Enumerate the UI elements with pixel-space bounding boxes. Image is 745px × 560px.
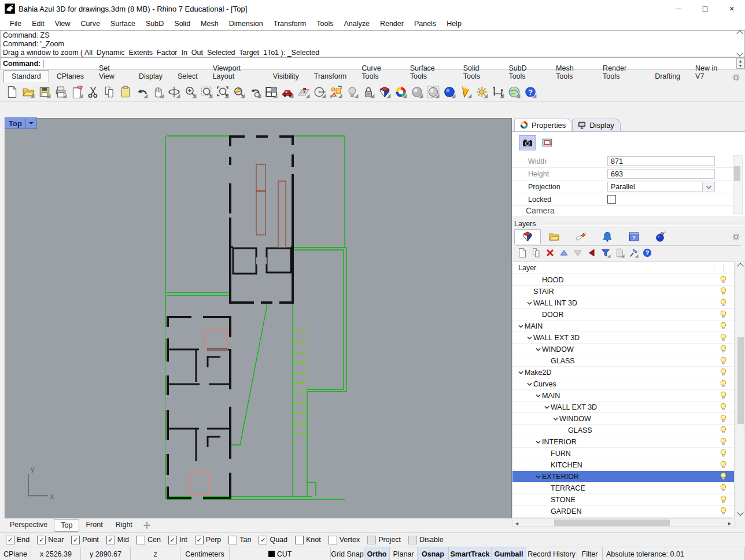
checkbox-perp[interactable]: ✓ — [195, 536, 204, 544]
layers-gear-icon[interactable] — [732, 233, 740, 241]
layer-row-wall-ext-3d[interactable]: WALL EXT 3D — [512, 401, 734, 413]
checkbox-end[interactable]: ✓ — [6, 536, 14, 544]
toolbar-tab-solid-tools[interactable]: Solid Tools — [456, 62, 501, 82]
checkbox-cen[interactable] — [137, 536, 145, 544]
status-centimeters[interactable]: Centimeters — [180, 547, 230, 560]
toolbar-tab-render-tools[interactable]: Render Tools — [595, 62, 647, 82]
layer-row-window[interactable]: WINDOW — [512, 413, 734, 425]
layer-row-window[interactable]: WINDOW — [512, 344, 734, 355]
menu-panels[interactable]: Panels — [409, 19, 441, 29]
render-cone-icon[interactable] — [458, 84, 473, 100]
dimension-tool-icon[interactable] — [490, 84, 506, 100]
status-z[interactable]: z — [131, 547, 180, 560]
circle-osnap-icon[interactable] — [312, 84, 327, 100]
viewport-tab-front[interactable]: Front — [79, 519, 109, 532]
viewport-tab-top[interactable]: Top — [54, 519, 79, 532]
toolbar-tab-select[interactable]: Select — [170, 71, 205, 82]
field-width[interactable]: 871 — [607, 156, 715, 166]
minimize-button[interactable]: ─ — [665, 0, 692, 17]
status-filter[interactable]: Filter — [577, 547, 603, 560]
menu-subd[interactable]: SubD — [141, 19, 169, 29]
zoom-selected-icon[interactable] — [231, 84, 246, 100]
delete-x-icon[interactable] — [543, 246, 557, 259]
osnap-disable[interactable]: Disable — [408, 536, 444, 544]
layer-visibility-bulb-icon[interactable] — [720, 368, 727, 377]
checkbox-quad[interactable]: ✓ — [259, 536, 267, 544]
new-document-icon[interactable] — [5, 84, 20, 100]
toolbar-tab-cplanes[interactable]: CPlanes — [49, 71, 91, 82]
chevron-down-icon[interactable] — [702, 182, 714, 191]
menu-solid[interactable]: Solid — [169, 19, 196, 29]
toolbar-tab-set-view[interactable]: Set View — [91, 62, 131, 82]
cplane-grid-icon[interactable] — [296, 84, 311, 100]
menu-help[interactable]: Help — [441, 19, 467, 29]
scroll-up-icon[interactable] — [737, 263, 743, 269]
field-projection[interactable]: Parallel — [607, 182, 715, 191]
document-properties-icon[interactable] — [69, 84, 84, 100]
expand-chevron-icon[interactable] — [517, 371, 525, 374]
status-y-2890-67[interactable]: y 2890.67 — [81, 547, 131, 560]
layer-visibility-bulb-icon[interactable] — [720, 403, 727, 411]
osnap-end[interactable]: ✓End — [6, 536, 29, 544]
layer-row-door[interactable]: DOOR — [512, 309, 734, 320]
menu-tools[interactable]: Tools — [311, 19, 338, 29]
status-osnap[interactable]: Osnap — [418, 547, 449, 560]
menu-mesh[interactable]: Mesh — [196, 19, 224, 29]
xray-sphere-icon[interactable] — [426, 84, 441, 100]
menu-render[interactable]: Render — [375, 19, 409, 29]
toolbar-tab-standard[interactable]: Standard — [3, 70, 49, 82]
layer-visibility-bulb-icon[interactable] — [720, 437, 727, 446]
expand-chevron-icon[interactable] — [534, 475, 542, 478]
layers-tab-layers-shield[interactable] — [514, 229, 541, 244]
checkbox-mid[interactable]: ✓ — [106, 536, 115, 544]
layers-tab-help-window[interactable]: ? — [621, 229, 647, 244]
checkbox-locked[interactable] — [607, 195, 616, 204]
status-cut[interactable]: CUT — [230, 547, 331, 560]
layer-row-garden[interactable]: GARDEN — [512, 506, 734, 517]
rotate-view-icon[interactable] — [167, 84, 182, 100]
help-question-icon[interactable]: ? — [640, 246, 654, 259]
help-question-icon[interactable]: ? — [523, 84, 538, 100]
expand-chevron-icon[interactable] — [526, 336, 533, 340]
undo-arrow-icon[interactable] — [134, 84, 149, 100]
toolbar-tab-subd-tools[interactable]: SubD Tools — [501, 62, 548, 82]
status-cplane[interactable]: CPlane — [0, 547, 31, 560]
properties-scrollbar[interactable] — [733, 155, 743, 214]
layer-row-exterior[interactable]: EXTERIOR — [512, 471, 734, 482]
layer-visibility-bulb-icon[interactable] — [720, 472, 727, 481]
expand-chevron-icon[interactable] — [552, 417, 559, 421]
layer-row-kitchen[interactable]: KITCHEN — [512, 459, 734, 471]
layers-hscrollbar[interactable]: ◄ ► — [512, 518, 735, 527]
toolbar-tab-mesh-tools[interactable]: Mesh Tools — [548, 62, 595, 82]
color-wheel-icon[interactable] — [393, 84, 408, 100]
layer-row-glass[interactable]: GLASS — [512, 355, 734, 367]
menu-file[interactable]: File — [5, 19, 27, 29]
shaded-sphere-icon[interactable] — [410, 84, 425, 100]
osnap-quad[interactable]: ✓Quad — [259, 536, 287, 544]
checkbox-knot[interactable] — [295, 536, 304, 544]
layer-visibility-bulb-icon[interactable] — [720, 460, 727, 469]
zoom-window-icon[interactable] — [215, 84, 230, 100]
new-layer-icon[interactable] — [515, 246, 529, 259]
down-triangle-icon[interactable] — [571, 246, 585, 259]
menu-dimension[interactable]: Dimension — [224, 19, 268, 29]
zoom-dynamic-icon[interactable] — [183, 84, 198, 100]
layer-visibility-bulb-icon[interactable] — [720, 391, 727, 400]
hide-objects-bulb-icon[interactable] — [345, 84, 360, 100]
layer-visibility-bulb-icon[interactable] — [720, 345, 727, 353]
spin-down-icon[interactable]: ▼ — [739, 64, 743, 68]
save-floppy-icon[interactable] — [37, 84, 52, 100]
layer-visibility-bulb-icon[interactable] — [720, 299, 727, 307]
layers-vscrollbar[interactable] — [736, 261, 745, 517]
status-x-2526-39[interactable]: x 2526.39 — [31, 547, 81, 560]
layer-visibility-bulb-icon[interactable] — [720, 287, 727, 296]
lock-objects-icon[interactable] — [361, 84, 376, 100]
tools-hammer-icon[interactable] — [626, 246, 640, 259]
menu-edit[interactable]: Edit — [27, 19, 50, 29]
status-ortho[interactable]: Ortho — [364, 547, 390, 560]
expand-chevron-icon[interactable] — [517, 325, 525, 328]
menu-view[interactable]: View — [50, 19, 76, 29]
osnap-near[interactable]: ✓Near — [37, 536, 64, 544]
toolbar-tab-viewport-layout[interactable]: Viewport Layout — [205, 62, 265, 82]
toolbar-tab-display[interactable]: Display — [131, 71, 170, 82]
